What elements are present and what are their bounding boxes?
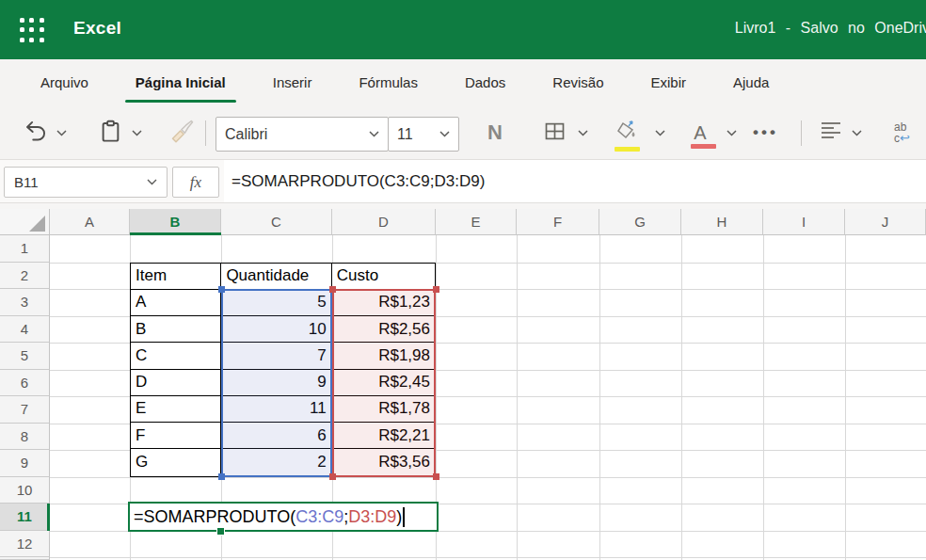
range-highlight-blue <box>221 289 332 477</box>
tab-revisao[interactable]: Revisão <box>529 59 627 105</box>
column-header-E[interactable]: E <box>436 209 517 235</box>
cell-item[interactable]: F <box>131 423 221 449</box>
return-arrow-icon: ↩ <box>900 131 910 145</box>
fill-color-swatch <box>615 147 640 152</box>
row-header-7[interactable]: 7 <box>0 396 50 424</box>
app-launcher-waffle-icon[interactable] <box>20 18 44 42</box>
column-header-B[interactable]: B <box>130 209 221 235</box>
cell-item[interactable]: A <box>131 290 221 316</box>
row-header-11[interactable]: 11 <box>0 504 50 531</box>
select-all-triangle-icon <box>29 216 45 232</box>
row-header-10[interactable]: 10 <box>0 477 50 504</box>
ribbon-tabs: Arquivo Página Inicial Inserir Fórmulas … <box>0 59 926 105</box>
fill-color-dropdown-chevron-icon[interactable] <box>655 105 665 160</box>
tab-ajuda[interactable]: Ajuda <box>710 59 792 105</box>
text-caret <box>403 507 405 527</box>
column-header-A[interactable]: A <box>50 209 130 235</box>
range-handle-blue[interactable] <box>218 286 225 293</box>
formula-input[interactable]: =SOMARPRODUTO(C3:C9;D3:D9) <box>224 160 926 202</box>
cell-item[interactable]: C <box>131 343 221 369</box>
align-left-icon <box>818 120 844 146</box>
more-options-button[interactable]: ••• <box>753 105 778 160</box>
undo-button[interactable] <box>23 105 48 160</box>
tab-pagina-inicial[interactable]: Página Inicial <box>112 59 249 105</box>
format-painter-button[interactable] <box>169 105 196 160</box>
range-handle-red[interactable] <box>433 286 439 293</box>
font-color-button[interactable]: A <box>687 105 713 160</box>
undo-dropdown-chevron-icon[interactable] <box>56 105 67 160</box>
tab-exibir[interactable]: Exibir <box>628 59 710 105</box>
range-handle-red[interactable] <box>329 473 336 480</box>
name-box[interactable]: B11 <box>4 167 168 198</box>
tab-dados[interactable]: Dados <box>441 59 529 105</box>
range-handle-red[interactable] <box>433 473 439 480</box>
gridline-vertical <box>845 235 846 560</box>
paste-button[interactable] <box>98 105 123 160</box>
gridline-vertical <box>517 235 518 560</box>
column-header-C[interactable]: C <box>221 209 332 235</box>
row-header-2[interactable]: 2 <box>0 263 50 290</box>
gridline-vertical <box>681 235 682 560</box>
column-header-D[interactable]: D <box>332 209 436 235</box>
paste-dropdown-chevron-icon[interactable] <box>132 105 142 160</box>
row-header-6[interactable]: 6 <box>0 370 50 397</box>
gridline-vertical <box>763 235 764 560</box>
font-color-dropdown-chevron-icon[interactable] <box>726 105 737 160</box>
column-header-H[interactable]: H <box>681 209 763 235</box>
column-header-G[interactable]: G <box>599 209 681 235</box>
toolbar-divider <box>801 120 802 146</box>
font-name-select[interactable]: Calibri <box>216 117 389 152</box>
undo-icon <box>23 119 48 148</box>
range-handle-red[interactable] <box>329 286 336 293</box>
ribbon-toolbar: Calibri 11 N <box>0 105 926 160</box>
active-cell-editor[interactable]: =SOMARPRODUTO(C3:C9;D3:D9) <box>128 502 439 532</box>
formula-segment: D3:D9 <box>348 507 396 527</box>
column-header-I[interactable]: I <box>763 209 845 235</box>
tab-arquivo[interactable]: Arquivo <box>17 59 112 105</box>
column-header-F[interactable]: F <box>517 209 599 235</box>
font-color-icon: A <box>694 123 706 142</box>
toolbar-divider <box>205 120 206 146</box>
fill-handle[interactable] <box>216 527 225 536</box>
app-title: Excel <box>73 18 121 39</box>
range-handle-blue[interactable] <box>218 473 225 480</box>
table-header-cell[interactable]: Quantidade <box>221 264 331 290</box>
borders-dropdown-chevron-icon[interactable] <box>578 105 588 160</box>
row-header-3[interactable]: 3 <box>0 289 50 316</box>
ellipsis-icon: ••• <box>753 123 778 142</box>
row-header-5[interactable]: 5 <box>0 343 50 370</box>
column-header-J[interactable]: J <box>845 209 926 235</box>
gridline-vertical <box>599 235 600 560</box>
insert-function-button[interactable]: fx <box>172 167 219 198</box>
table-header-cell[interactable]: Item <box>131 264 221 290</box>
selected-row-bar <box>47 504 50 531</box>
row-header-9[interactable]: 9 <box>0 450 50 477</box>
font-size-select[interactable]: 11 <box>388 117 459 152</box>
wrap-text-icon: ab c↩ <box>894 122 910 144</box>
fill-color-button[interactable] <box>614 105 642 160</box>
bold-button[interactable]: N <box>487 105 503 160</box>
document-title-status[interactable]: Livro1 - Salvo no OneDriv <box>735 20 926 37</box>
cell-item[interactable]: G <box>131 449 221 475</box>
row-header-8[interactable]: 8 <box>0 424 50 451</box>
chevron-down-icon <box>147 179 157 185</box>
wrap-text-button[interactable]: ab c↩ <box>894 105 910 160</box>
select-all-button[interactable] <box>0 209 50 235</box>
row-header-12[interactable]: 12 <box>0 531 50 558</box>
alignment-button[interactable] <box>818 105 844 160</box>
row-header-1[interactable]: 1 <box>0 235 50 263</box>
alignment-dropdown-chevron-icon[interactable] <box>852 105 862 160</box>
excel-online-window: Excel Livro1 - Salvo no OneDriv Arquivo … <box>0 0 926 560</box>
row-header-4[interactable]: 4 <box>0 316 50 344</box>
tab-inserir[interactable]: Inserir <box>249 59 336 105</box>
cell-item[interactable]: E <box>131 396 221 423</box>
borders-button[interactable] <box>542 105 567 160</box>
name-box-value: B11 <box>14 174 39 190</box>
table-header-cell[interactable]: Custo <box>332 264 435 290</box>
formula-segment: C3:C9 <box>295 507 343 527</box>
cell-item[interactable]: B <box>131 316 221 343</box>
tab-formulas[interactable]: Fórmulas <box>335 59 441 105</box>
font-name-value: Calibri <box>225 126 267 143</box>
clipboard-icon <box>98 119 123 148</box>
cell-item[interactable]: D <box>131 370 221 396</box>
